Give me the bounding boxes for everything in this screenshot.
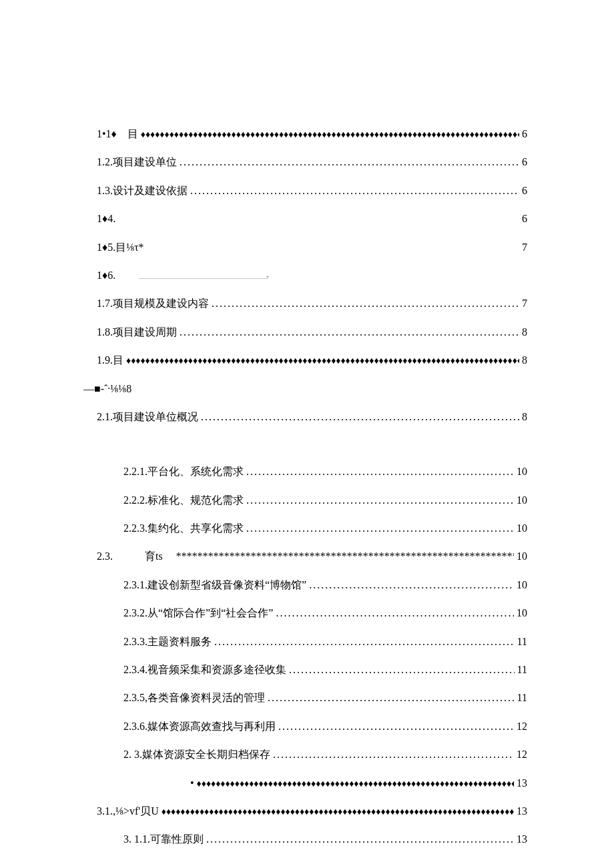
toc-label: 2.3.2.从“馆际合作”到“社会合作” bbox=[123, 606, 273, 620]
toc-entry: 2.3.5,各类音像资料灵活的管理 11 bbox=[123, 691, 527, 705]
toc-label: 2.3. 育ts bbox=[97, 549, 174, 564]
toc-entry: —■-ˆ·⅛⅛8 bbox=[83, 382, 527, 396]
toc-label: 1♦5.目⅛τ* bbox=[97, 240, 144, 255]
toc-page-number: 12 bbox=[517, 719, 527, 734]
toc-page-number: 7 bbox=[522, 296, 527, 311]
toc-entry: 2.3.1.建设创新型省级音像资料“博物馆” 10 bbox=[123, 578, 527, 592]
toc-entry: 2.2.3.集约化、共享化需求 10 bbox=[123, 521, 527, 536]
toc-page-number: 10 bbox=[517, 493, 527, 508]
toc-leader bbox=[278, 719, 514, 734]
toc-page-number: 6 bbox=[522, 211, 527, 226]
toc-leader bbox=[268, 691, 515, 705]
toc-label: 3.1.,⅛>vf'贝U bbox=[97, 804, 159, 819]
toc-leader bbox=[162, 804, 514, 819]
toc-label: 1.8.项目建设周期 bbox=[97, 325, 177, 340]
toc-page-number: 6 bbox=[522, 155, 527, 169]
toc-leader bbox=[246, 493, 514, 508]
toc-entry: 2.3.2.从“馆际合作”到“社会合作” 10 bbox=[123, 606, 527, 620]
toc-leader bbox=[126, 353, 519, 368]
toc-leader bbox=[212, 296, 519, 311]
toc-entry: 1.8.项目建设周期 8 bbox=[97, 325, 527, 340]
toc-label: 1♦4. bbox=[97, 211, 115, 226]
toc-label: 1•1♦ 目 bbox=[97, 127, 138, 141]
toc-entry: 3. 1.1.可靠性原则 13 bbox=[123, 832, 527, 847]
toc-page-number: 6 bbox=[522, 183, 527, 198]
toc-entry: 1.2.项目建设单位 6 bbox=[97, 155, 527, 169]
toc-leader bbox=[190, 183, 519, 198]
toc-entry: •13 bbox=[190, 776, 527, 791]
toc-page-number: 13 bbox=[517, 776, 527, 791]
toc-label: 2.3.4.视音频采集和资源多途径收集 bbox=[123, 663, 286, 677]
toc-entry: 1♦4.6 bbox=[97, 211, 527, 226]
toc-label: 1.3.设计及建设依据 bbox=[97, 183, 188, 198]
toc-label: 1.2.项目建设单位 bbox=[97, 155, 177, 169]
toc-label: 3. 1.1.可靠性原则 bbox=[123, 832, 204, 847]
toc-leader bbox=[276, 606, 514, 620]
toc-label: 2.2.3.集约化、共享化需求 bbox=[123, 521, 244, 536]
toc-label: 2.3.1.建设创新型省级音像资料“博物馆” bbox=[123, 578, 306, 592]
toc-leader bbox=[246, 521, 514, 536]
toc-leader bbox=[289, 663, 515, 677]
toc-leader bbox=[309, 578, 514, 592]
toc-entry: 2.3.4.视音频采集和资源多途径收集 11 bbox=[123, 663, 527, 677]
toc-entry: 2.3.6.媒体资源高效查找与再利用 12 bbox=[123, 719, 527, 734]
toc-entry: 1.9.目8 bbox=[97, 353, 527, 368]
toc-page-number: 10 bbox=[517, 464, 527, 479]
toc-page-number: 10 bbox=[517, 521, 527, 536]
toc-leader bbox=[214, 634, 515, 649]
toc-page-number: 8 bbox=[522, 325, 527, 340]
toc-page-number: 13 bbox=[517, 832, 527, 847]
toc-leader bbox=[206, 832, 514, 847]
toc-label: 2.2.2.标准化、规范化需求 bbox=[123, 493, 244, 508]
toc-entry: 1.7.项目规模及建设内容 7 bbox=[97, 296, 527, 311]
toc-label: 2.3.3.主题资料服务 bbox=[123, 634, 212, 649]
toc-leader bbox=[246, 464, 514, 479]
toc-page-number: 8 bbox=[522, 353, 527, 368]
toc-entry: 3.1.,⅛>vf'贝U13 bbox=[97, 804, 527, 819]
toc-page-number: 7 bbox=[522, 240, 527, 255]
toc-entry: 1♦5.目⅛τ*7 bbox=[97, 240, 527, 255]
toc-entry: 2.3.3.主题资料服务 11 bbox=[123, 634, 527, 649]
toc-label: 2.3.6.媒体资源高效查找与再利用 bbox=[123, 719, 276, 734]
document-page: 1•1♦ 目61.2.项目建设单位 61.3.设计及建设依据 61♦4.61♦5… bbox=[0, 0, 614, 868]
toc-entry: 1•1♦ 目6 bbox=[97, 127, 527, 141]
toc-entry: 2.3. 育ts 10 bbox=[97, 549, 527, 564]
toc-entry: 2.2.1.平台化、系统化需求 10 bbox=[123, 464, 527, 479]
toc-page-number: 12 bbox=[517, 747, 527, 762]
toc-page-number: 8 bbox=[522, 410, 527, 424]
toc-label: 1♦6. bbox=[97, 268, 115, 283]
toc-page-number: 13 bbox=[517, 804, 527, 819]
toc-entry: 1.3.设计及建设依据 6 bbox=[97, 183, 527, 198]
toc-label: 2. 3.媒体资源安全长期归档保存 bbox=[123, 747, 270, 762]
toc-label: 2.2.1.平台化、系统化需求 bbox=[123, 464, 244, 479]
toc-leader bbox=[176, 549, 514, 564]
toc-leader bbox=[197, 776, 514, 791]
toc-page-number: 11 bbox=[517, 634, 527, 649]
toc-page-number: 10 bbox=[517, 606, 527, 620]
toc-page-number: 10 bbox=[517, 578, 527, 592]
toc-label: —■-ˆ·⅛⅛8 bbox=[83, 382, 131, 396]
toc-page-number: 6 bbox=[522, 127, 527, 141]
toc-leader bbox=[273, 747, 514, 762]
toc-label: 2.1.项目建设单位概况 bbox=[97, 410, 198, 424]
toc-leader bbox=[201, 410, 519, 424]
toc-leader bbox=[141, 127, 519, 141]
toc-leader bbox=[180, 325, 519, 340]
toc-leader bbox=[180, 155, 519, 169]
toc-entry: 2. 3.媒体资源安全长期归档保存12 bbox=[123, 747, 527, 762]
toc-label: 1.9.目 bbox=[97, 353, 123, 368]
toc-label: 2.3.5,各类音像资料灵活的管理 bbox=[123, 691, 265, 705]
toc-entry: 2.2.2.标准化、规范化需求 10 bbox=[123, 493, 527, 508]
toc-entry: 2.1.项目建设单位概况 8 bbox=[97, 410, 527, 424]
toc-page-number: 10 bbox=[517, 549, 527, 564]
toc-page-number: 11 bbox=[517, 691, 527, 705]
toc-label: 1.7.项目规模及建设内容 bbox=[97, 296, 209, 311]
toc-leader: ……………………………………………………………………………………7 bbox=[118, 268, 525, 283]
toc-page-number: 11 bbox=[517, 663, 527, 677]
toc-label: • bbox=[190, 776, 194, 791]
toc-entry: 1♦6. ……………………………………………………………………………………7 bbox=[97, 268, 527, 283]
